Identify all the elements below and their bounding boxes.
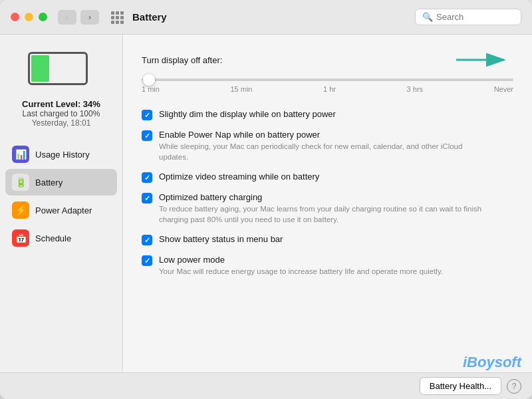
checkbox-video-streaming-text-group: Optimize video streaming while on batter… (159, 172, 319, 182)
battery-info: Current Level: 34% Last charged to 100% … (15, 99, 107, 128)
minimize-button[interactable] (25, 13, 33, 21)
help-button[interactable]: ? (507, 379, 521, 394)
battery-health-button[interactable]: Battery Health... (420, 377, 501, 395)
checkbox-battery-status: Show battery status in menu bar (142, 234, 513, 245)
slider-arrow (454, 51, 513, 69)
svg-rect-0 (111, 11, 114, 15)
fullscreen-button[interactable] (39, 13, 47, 21)
checkbox-low-power-text-group: Low power mode Your Mac will reduce ener… (159, 255, 443, 277)
slider-label-text: Turn display off after: (142, 55, 222, 65)
grid-icon[interactable] (107, 10, 127, 25)
search-box[interactable]: 🔍 (415, 9, 521, 25)
svg-rect-6 (111, 21, 114, 24)
tick-1hr: 1 hr (323, 85, 336, 93)
checkbox-low-power-label: Low power mode (159, 255, 443, 265)
checkbox-optimized-charging: Optimized battery charging To reduce bat… (142, 192, 513, 225)
sidebar: Current Level: 34% Last charged to 100% … (0, 35, 123, 372)
checkbox-power-nap-label: Enable Power Nap while on battery power (159, 130, 485, 140)
window-title: Battery (132, 11, 415, 23)
checkbox-video-streaming: Optimize video streaming while on batter… (142, 172, 513, 183)
tick-never: Never (494, 85, 513, 93)
sidebar-item-battery-label: Battery (35, 178, 63, 188)
battery-level-text: Current Level: 34% (22, 99, 100, 109)
power-adapter-icon: ⚡ (12, 201, 29, 219)
system-preferences-window: ‹ › Battery 🔍 (0, 0, 532, 399)
checkbox-power-nap-wrap: Enable Power Nap while on battery power … (142, 130, 513, 162)
svg-rect-4 (116, 16, 119, 19)
sidebar-item-battery[interactable]: 🔋 Battery (5, 169, 117, 196)
checkbox-battery-status-text-group: Show battery status in menu bar (159, 234, 283, 244)
nav-buttons: ‹ › (58, 10, 99, 25)
tick-1min: 1 min (142, 85, 160, 93)
bottom-bar: Battery Health... ? (0, 372, 532, 399)
traffic-lights (11, 13, 47, 21)
svg-rect-2 (120, 11, 124, 15)
svg-rect-1 (116, 11, 119, 15)
battery-icon-visual (28, 52, 94, 88)
checkbox-optimized-charging-desc: To reduce battery aging, your Mac learns… (159, 203, 485, 225)
search-icon: 🔍 (422, 12, 433, 22)
checkbox-power-nap-desc: While sleeping, your Mac can periodicall… (159, 141, 485, 162)
sidebar-item-power-adapter[interactable]: ⚡ Power Adapter (5, 197, 117, 223)
sidebar-item-schedule[interactable]: 📅 Schedule (5, 225, 117, 251)
checkbox-dim-display-label: Slightly dim the display while on batter… (159, 109, 336, 119)
checkbox-low-power-desc: Your Mac will reduce energy usage to inc… (159, 266, 443, 277)
checkbox-video-streaming-input[interactable] (142, 172, 152, 183)
svg-rect-5 (120, 16, 124, 19)
checkbox-optimized-charging-text-group: Optimized battery charging To reduce bat… (159, 192, 485, 225)
sidebar-item-schedule-label: Schedule (35, 233, 71, 243)
content-area: Current Level: 34% Last charged to 100% … (0, 35, 532, 372)
display-sleep-slider-section: Turn display off after: (142, 51, 513, 93)
checkbox-dim-text-group: Slightly dim the display while on batter… (159, 109, 336, 119)
usage-history-icon: 📊 (12, 146, 29, 163)
svg-rect-7 (116, 21, 119, 24)
checkbox-optimized-charging-input[interactable] (142, 193, 152, 203)
checkbox-battery-status-wrap: Show battery status in menu bar (142, 234, 513, 245)
battery-time-text: Yesterday, 18:01 (22, 118, 100, 128)
checkbox-power-nap-text-group: Enable Power Nap while on battery power … (159, 130, 485, 162)
checkbox-power-nap: Enable Power Nap while on battery power … (142, 130, 513, 162)
battery-body (28, 52, 88, 85)
sidebar-item-usage-history[interactable]: 📊 Usage History (5, 141, 117, 168)
checkbox-optimized-charging-label: Optimized battery charging (159, 192, 485, 202)
slider-tick-labels: 1 min 15 min 1 hr 3 hrs Never (142, 85, 513, 93)
svg-rect-3 (111, 16, 114, 19)
battery-charged-text: Last charged to 100% (22, 109, 100, 118)
checkbox-video-streaming-wrap: Optimize video streaming while on batter… (142, 172, 513, 183)
checkbox-power-nap-input[interactable] (142, 130, 152, 141)
checkbox-battery-status-label: Show battery status in menu bar (159, 234, 283, 244)
slider-label-row: Turn display off after: (142, 51, 513, 69)
main-panel: Turn display off after: (123, 35, 532, 372)
checkbox-video-streaming-label: Optimize video streaming while on batter… (159, 172, 319, 182)
slider-container (142, 78, 513, 81)
titlebar: ‹ › Battery 🔍 (0, 0, 532, 35)
close-button[interactable] (11, 13, 19, 21)
checkbox-dim-display: Slightly dim the display while on batter… (142, 109, 513, 120)
slider-track (142, 78, 513, 81)
sidebar-item-usage-history-label: Usage History (35, 150, 90, 160)
svg-rect-8 (120, 21, 124, 24)
forward-button[interactable]: › (80, 10, 99, 25)
battery-icon: 🔋 (12, 174, 29, 191)
checkbox-low-power-input[interactable] (142, 255, 152, 266)
checkbox-low-power-wrap: Low power mode Your Mac will reduce ener… (142, 255, 513, 277)
checkbox-dim-wrap: Slightly dim the display while on batter… (142, 109, 513, 120)
tick-15min: 15 min (230, 85, 252, 93)
slider-thumb[interactable] (143, 74, 155, 86)
checkbox-optimized-charging-wrap: Optimized battery charging To reduce bat… (142, 192, 513, 225)
battery-fill (31, 55, 49, 82)
back-button[interactable]: ‹ (58, 10, 76, 25)
checkbox-low-power: Low power mode Your Mac will reduce ener… (142, 255, 513, 277)
search-input[interactable] (436, 12, 516, 22)
checkbox-dim-display-input[interactable] (142, 110, 152, 120)
sidebar-items: 📊 Usage History 🔋 Battery ⚡ Power Adapte… (0, 141, 122, 253)
schedule-icon: 📅 (12, 229, 29, 247)
sidebar-item-power-adapter-label: Power Adapter (35, 205, 92, 215)
checkbox-battery-status-input[interactable] (142, 235, 152, 245)
tick-3hrs: 3 hrs (407, 85, 423, 93)
